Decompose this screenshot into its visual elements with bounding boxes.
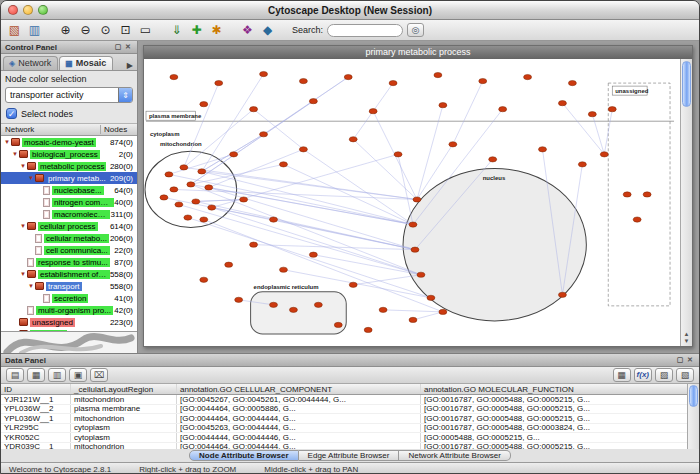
tree-row[interactable]: ▼transport558(0): [1, 280, 137, 292]
network-node[interactable]: [344, 74, 352, 79]
network-node[interactable]: [309, 252, 317, 257]
tree-row[interactable]: ▼mosaic-demo-yeast874(0): [1, 136, 137, 148]
table-vertical-scrollbar[interactable]: [687, 384, 699, 449]
network-node[interactable]: [198, 169, 206, 174]
network-node[interactable]: [643, 192, 651, 197]
network-node[interactable]: [369, 109, 377, 114]
network-node[interactable]: [539, 147, 547, 152]
network-node[interactable]: [379, 307, 387, 312]
float-data-panel-icon[interactable]: ▢: [675, 356, 685, 364]
network-node[interactable]: [289, 307, 297, 312]
tab-edge-attribute-browser[interactable]: Edge Attribute Browser: [299, 450, 400, 461]
network-node[interactable]: [235, 297, 243, 302]
network-node[interactable]: [175, 202, 183, 207]
network-node[interactable]: [240, 197, 248, 202]
tab-network-attribute-browser[interactable]: Network Attribute Browser: [399, 450, 510, 461]
table-row[interactable]: YPL036W__1mitochondrion[GO:0044464, GO:0…: [1, 414, 687, 424]
open-attribute-file-icon[interactable]: ▧: [676, 368, 694, 382]
network-node[interactable]: [200, 277, 208, 282]
birds-eye-view[interactable]: [1, 331, 137, 353]
zoom-window-button[interactable]: [38, 5, 48, 15]
column-header[interactable]: annotation.GO MOLECULAR_FUNCTION: [421, 384, 687, 394]
network-node[interactable]: [170, 74, 178, 79]
network-node[interactable]: [558, 292, 566, 297]
network-node[interactable]: [417, 272, 425, 277]
tree-expander-icon[interactable]: ▼: [19, 271, 27, 277]
close-data-panel-icon[interactable]: ✕: [685, 356, 695, 364]
import-attributes-icon[interactable]: ▨: [655, 368, 673, 382]
network-node[interactable]: [479, 78, 487, 83]
search-input[interactable]: [327, 24, 403, 37]
network-node[interactable]: [633, 217, 641, 222]
network-node[interactable]: [568, 80, 576, 85]
zoom-selected-icon[interactable]: ⊙: [97, 22, 114, 39]
new-network-icon[interactable]: ✚: [188, 22, 205, 39]
network-node[interactable]: [270, 217, 278, 222]
column-header[interactable]: ID: [1, 384, 71, 394]
tree-row[interactable]: ▼establishment of lo...558(0): [1, 268, 137, 280]
tree-row[interactable]: ▼metabolic process280(0): [1, 160, 137, 172]
network-node[interactable]: [558, 101, 566, 106]
node-color-select[interactable]: transporter activity ⇕: [5, 87, 133, 103]
column-header[interactable]: annotation.GO CELLULAR_COMPONENT: [177, 384, 421, 394]
attribute-matrix-icon[interactable]: ▦: [613, 368, 631, 382]
network-node[interactable]: [364, 327, 372, 332]
select-attributes-icon[interactable]: ▤: [6, 368, 24, 382]
network-node[interactable]: [260, 132, 268, 137]
table-row[interactable]: YJR121W__1mitochondrion[GO:0045267, GO:0…: [1, 395, 687, 405]
network-node[interactable]: [588, 112, 596, 117]
tree-row[interactable]: response to stimu...87(0): [1, 256, 137, 268]
network-node[interactable]: [184, 215, 192, 220]
column-header[interactable]: _cellularLayoutRegion: [71, 384, 177, 394]
network-node[interactable]: [180, 165, 188, 170]
tree-expander-icon[interactable]: ▼: [3, 139, 11, 145]
network-node[interactable]: [600, 152, 608, 157]
scroll-down-icon[interactable]: ▼: [681, 338, 692, 345]
table-row[interactable]: YPL036W__2plasma membrane[GO:0044464, GO…: [1, 405, 687, 415]
scrollbar-thumb[interactable]: [682, 61, 691, 107]
open-session-icon[interactable]: ▧: [6, 22, 23, 39]
network-node[interactable]: [524, 74, 532, 79]
network-node[interactable]: [411, 247, 419, 252]
network-node[interactable]: [413, 197, 421, 202]
network-node[interactable]: [250, 242, 258, 247]
delete-attribute-icon[interactable]: ⌧: [90, 368, 108, 382]
network-node[interactable]: [279, 162, 287, 167]
tab-mosaic[interactable]: ▦ Mosaic: [59, 56, 113, 70]
network-node[interactable]: [439, 309, 447, 314]
tree-row[interactable]: cellular metabo...206(0): [1, 232, 137, 244]
network-node[interactable]: [394, 152, 402, 157]
network-node[interactable]: [299, 147, 307, 152]
network-node[interactable]: [309, 99, 317, 104]
network-node[interactable]: [578, 162, 586, 167]
network-vertical-scrollbar[interactable]: ▲ ▼: [680, 59, 692, 346]
table-scrollbar-thumb[interactable]: [689, 385, 698, 407]
network-node[interactable]: [200, 217, 208, 222]
network-node[interactable]: [187, 182, 195, 187]
network-node[interactable]: [208, 205, 216, 210]
network-node[interactable]: [299, 78, 307, 83]
import-network-icon[interactable]: ⇓: [168, 22, 185, 39]
network-node[interactable]: [165, 172, 173, 177]
network-node[interactable]: [260, 71, 268, 76]
tree-expander-icon[interactable]: ▼: [19, 163, 27, 169]
tree-row[interactable]: macromolecule...311(0): [1, 208, 137, 220]
network-node[interactable]: [160, 195, 168, 200]
network-canvas[interactable]: plasma membranecytoplasmmitochondrionnuc…: [144, 59, 680, 346]
function-builder-icon[interactable]: f(x): [634, 368, 652, 382]
tree-expander-icon[interactable]: ▼: [11, 151, 19, 157]
search-button[interactable]: ◎: [407, 23, 424, 37]
network-node[interactable]: [409, 222, 417, 227]
tree-expander-icon[interactable]: ▼: [27, 283, 35, 289]
apply-layout-icon[interactable]: ✱: [208, 22, 225, 39]
network-node[interactable]: [427, 295, 435, 300]
zoom-in-icon[interactable]: ⊕: [57, 22, 74, 39]
network-node[interactable]: [192, 199, 200, 204]
plugins-icon[interactable]: ◆: [259, 22, 276, 39]
network-node[interactable]: [489, 157, 497, 162]
network-node[interactable]: [215, 80, 223, 85]
network-node[interactable]: [499, 107, 507, 112]
network-node[interactable]: [250, 107, 258, 112]
tree-row[interactable]: ▼cellular process614(0): [1, 220, 137, 232]
zoom-out-icon[interactable]: ⊖: [77, 22, 94, 39]
